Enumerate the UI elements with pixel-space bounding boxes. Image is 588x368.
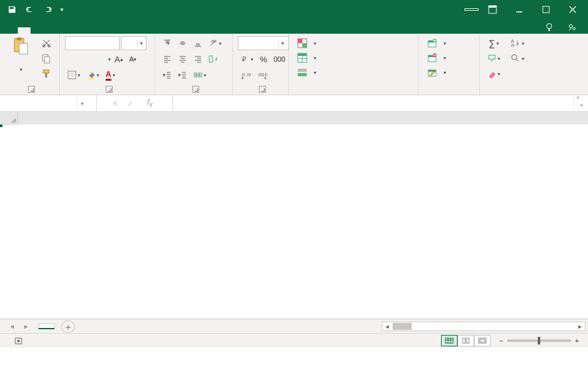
share-button[interactable]: [564, 21, 583, 34]
comma-format-icon[interactable]: 000: [271, 52, 288, 66]
page-layout-view-icon[interactable]: [458, 335, 474, 346]
svg-text:.00: .00: [246, 72, 251, 78]
fill-color-icon[interactable]: ▾: [84, 68, 102, 82]
font-size-combo[interactable]: ▾: [121, 36, 146, 50]
macro-record-icon[interactable]: [14, 336, 23, 345]
align-right-icon[interactable]: [191, 52, 205, 66]
sheet-prev-icon[interactable]: ◄: [9, 323, 15, 330]
svg-rect-16: [45, 73, 47, 78]
minimize-icon[interactable]: [507, 1, 532, 18]
italic-button[interactable]: [79, 52, 92, 66]
decrease-font-icon[interactable]: A▾: [127, 52, 139, 66]
orientation-icon[interactable]: ab▾: [206, 36, 224, 50]
paste-button[interactable]: ▾: [5, 36, 35, 72]
undo-icon[interactable]: [22, 2, 38, 17]
enter-formula-icon[interactable]: ✓: [127, 99, 134, 108]
increase-font-icon[interactable]: A▴: [112, 52, 125, 66]
increase-indent-icon[interactable]: [176, 68, 190, 82]
borders-icon[interactable]: ▾: [65, 68, 83, 82]
font-launcher-icon[interactable]: [106, 86, 113, 93]
tab-review[interactable]: [81, 27, 94, 34]
tab-help[interactable]: [107, 27, 120, 34]
align-bottom-icon[interactable]: [191, 36, 205, 50]
qat-customize-icon[interactable]: ▾: [57, 2, 66, 17]
zoom-out-icon[interactable]: −: [500, 337, 504, 344]
normal-view-icon[interactable]: [441, 335, 458, 346]
conditional-formatting-button[interactable]: ▾: [294, 36, 319, 50]
ribbon-display-options-icon[interactable]: [480, 1, 505, 18]
tab-home[interactable]: [18, 27, 31, 34]
insert-cells-button[interactable]: ▾: [424, 36, 449, 50]
sheet-nav[interactable]: ◄ ►: [0, 323, 38, 330]
clear-icon[interactable]: ▾: [485, 67, 503, 81]
group-number: ▾ ₽▾ % 000 .0.00 .00.0: [233, 34, 289, 95]
svg-rect-5: [549, 29, 550, 31]
maximize-icon[interactable]: [533, 1, 559, 18]
save-icon[interactable]: [4, 2, 20, 17]
alignment-launcher-icon[interactable]: [192, 86, 199, 93]
sort-filter-icon[interactable]: AЯ▾: [508, 36, 527, 50]
increase-decimal-icon[interactable]: .0.00: [238, 68, 253, 82]
sheet-tab-active[interactable]: [38, 324, 55, 329]
tab-data[interactable]: [69, 27, 81, 34]
cancel-formula-icon[interactable]: ✕: [112, 99, 118, 108]
font-color-icon[interactable]: A▾: [103, 68, 118, 82]
name-box[interactable]: ▾: [0, 95, 97, 111]
sheet-next-icon[interactable]: ►: [23, 323, 29, 330]
clipboard-launcher-icon[interactable]: [28, 86, 35, 93]
zoom-control[interactable]: − +: [500, 337, 583, 344]
percent-format-icon[interactable]: %: [257, 52, 270, 66]
tab-file[interactable]: [5, 27, 18, 34]
page-break-view-icon[interactable]: [474, 335, 491, 346]
quick-access-toolbar: ▾: [0, 2, 66, 17]
select-all-corner[interactable]: [0, 112, 18, 125]
formula-input[interactable]: [173, 95, 574, 111]
close-icon[interactable]: [560, 1, 585, 18]
name-box-dropdown-icon[interactable]: ▾: [76, 95, 88, 111]
tab-view[interactable]: [94, 27, 107, 34]
fill-icon[interactable]: ▾: [485, 51, 503, 65]
decrease-indent-icon[interactable]: [160, 68, 174, 82]
decrease-decimal-icon[interactable]: .00.0: [255, 68, 270, 82]
cut-icon[interactable]: [39, 36, 54, 50]
align-left-icon[interactable]: [160, 52, 174, 66]
bold-button[interactable]: [65, 52, 78, 66]
collapse-ribbon-icon[interactable]: ˄: [570, 95, 585, 106]
fx-icon[interactable]: fx: [143, 98, 158, 108]
accounting-format-icon[interactable]: ₽▾: [238, 52, 256, 66]
svg-rect-42: [489, 55, 495, 59]
format-cells-button[interactable]: ▾: [424, 65, 449, 79]
scroll-thumb[interactable]: [393, 323, 412, 330]
tab-page-layout[interactable]: [43, 27, 56, 34]
title-bar: ▾: [0, 0, 588, 18]
svg-rect-33: [298, 73, 307, 76]
font-name-combo[interactable]: ▾: [65, 36, 120, 50]
zoom-in-icon[interactable]: +: [575, 337, 579, 344]
underline-button[interactable]: [93, 52, 106, 66]
redo-icon[interactable]: [39, 2, 56, 17]
horizontal-scrollbar[interactable]: ◄ ►: [382, 322, 585, 331]
number-launcher-icon[interactable]: [259, 86, 266, 93]
scroll-left-icon[interactable]: ◄: [382, 324, 392, 330]
align-top-icon[interactable]: [160, 36, 174, 50]
zoom-slider[interactable]: [507, 339, 571, 342]
cell-styles-button[interactable]: ▾: [294, 65, 319, 79]
tab-insert[interactable]: [31, 27, 43, 34]
format-as-table-button[interactable]: ▾: [294, 51, 319, 65]
delete-cells-button[interactable]: ▾: [424, 51, 449, 65]
autosum-icon[interactable]: ∑▾: [486, 36, 501, 50]
wrap-text-icon[interactable]: [206, 52, 220, 66]
tell-me-button[interactable]: [541, 21, 560, 34]
add-sheet-icon[interactable]: ＋: [61, 320, 75, 333]
copy-icon[interactable]: [39, 51, 54, 65]
login-button[interactable]: [465, 8, 479, 11]
svg-rect-28: [298, 39, 302, 43]
align-middle-icon[interactable]: [176, 36, 190, 50]
number-format-combo[interactable]: ▾: [238, 36, 289, 50]
scroll-right-icon[interactable]: ►: [575, 324, 585, 330]
merge-center-icon[interactable]: ▾: [191, 68, 209, 82]
find-select-icon[interactable]: ▾: [508, 51, 527, 65]
format-painter-icon[interactable]: [39, 67, 54, 81]
align-center-icon[interactable]: [176, 52, 190, 66]
tab-formulas[interactable]: [56, 27, 69, 34]
